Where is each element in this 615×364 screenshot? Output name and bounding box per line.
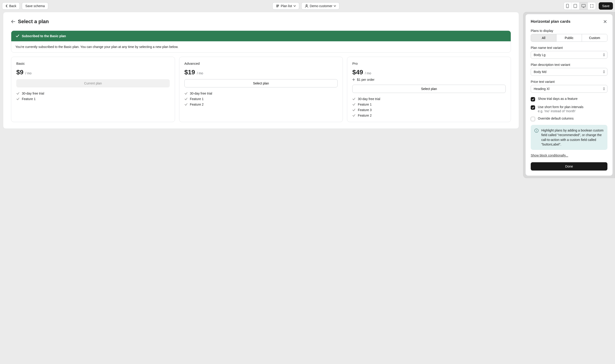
tablet-icon (574, 4, 577, 8)
plans-to-display-segmented: AllPublicCustom (531, 34, 607, 42)
preview-canvas: Select a plan Subscribed to the Basic pl… (3, 12, 519, 129)
feature-text: Feature 1 (190, 97, 204, 101)
override-cols-label: Override default columns (538, 117, 574, 120)
info-text: Highlight plans by adding a boolean cust… (541, 128, 604, 147)
plan-price: $9 (16, 69, 23, 76)
plan-price: $49 (352, 69, 363, 76)
back-button[interactable]: Back (2, 2, 20, 10)
short-form-checkbox[interactable] (531, 105, 535, 110)
arrow-left-icon (11, 20, 15, 23)
trial-days-label: Show trial days as a feature (538, 97, 577, 101)
check-icon (184, 92, 188, 95)
feature-text: 30-day free trial (22, 91, 44, 95)
svg-rect-2 (276, 7, 278, 7)
caret-down-icon (294, 5, 296, 7)
plan-name: Basic (16, 62, 170, 65)
check-icon (184, 97, 188, 101)
svg-rect-8 (582, 4, 585, 7)
check-icon (16, 92, 20, 95)
chevron-left-icon (5, 4, 8, 8)
plan-list-label: Plan list (281, 4, 292, 8)
feature-item: Feature 1 (352, 103, 506, 106)
svg-rect-0 (276, 5, 279, 5)
price-variant-label: Price text variant (531, 80, 607, 84)
viewport-tablet-button[interactable] (571, 2, 579, 10)
plan-desc-variant-select[interactable]: Body Md (531, 68, 607, 76)
save-button[interactable]: Save (599, 2, 613, 10)
canvas-back-button[interactable] (11, 20, 15, 23)
plans-display-option-public[interactable]: Public (556, 34, 582, 41)
feature-text: 30-day free trial (190, 91, 212, 95)
feature-item: Feature 2 (352, 114, 506, 117)
feature-text: Feature 2 (190, 103, 204, 106)
feature-item: 30-day free trial (352, 97, 506, 101)
topbar: Back Save schema Plan list Demo customer (0, 0, 615, 12)
plan-list-dropdown[interactable]: Plan list (272, 2, 299, 10)
price-variant-select[interactable]: Heading Xl (531, 85, 607, 93)
override-cols-checkbox[interactable] (531, 117, 535, 121)
save-schema-button[interactable]: Save schema (22, 2, 48, 10)
svg-rect-11 (536, 130, 537, 131)
plan-card: Basic$9/ moCurrent plan30-day free trial… (11, 57, 175, 122)
plan-desc-variant-label: Plan description text variant (531, 63, 607, 66)
feature-list: 30-day free trialFeature 1 (16, 91, 170, 101)
feature-list: 30-day free trialFeature 1Feature 3Featu… (352, 97, 506, 117)
feature-text: Feature 1 (22, 97, 36, 101)
svg-point-7 (575, 7, 575, 7)
plans-display-option-all[interactable]: All (531, 34, 556, 41)
plan-name: Pro (352, 62, 506, 65)
banner-title: Subscribed to the Basic plan (22, 34, 66, 38)
inspector-title: Horizontal plan cards (531, 19, 570, 24)
feature-text: Feature 3 (358, 108, 372, 112)
user-icon (305, 4, 308, 8)
subscription-banner: Subscribed to the Basic plan You're curr… (11, 30, 511, 52)
feature-text: 30-day free trial (358, 97, 380, 101)
plan-card: Pro$49/ mo$1 per orderSelect plan30-day … (347, 57, 511, 122)
viewport-desktop-button[interactable] (579, 2, 588, 10)
select-plan-button[interactable]: Select plan (184, 79, 338, 87)
viewport-mobile-button[interactable] (564, 2, 571, 10)
plan-interval: / mo (197, 71, 203, 75)
plan-name-variant-select[interactable]: Body Lg (531, 51, 607, 59)
plan-price-row: $49/ mo (352, 69, 506, 76)
check-icon (352, 103, 356, 106)
plan-interval: / mo (365, 71, 371, 75)
mobile-icon (566, 4, 569, 8)
feature-item: 30-day free trial (16, 91, 170, 95)
plans-display-option-custom[interactable]: Custom (582, 34, 607, 41)
svg-point-5 (567, 7, 568, 7)
feature-text: Feature 2 (358, 114, 372, 117)
viewport-switcher (563, 2, 596, 10)
viewport-fullscreen-button[interactable] (588, 2, 596, 10)
close-icon (603, 20, 607, 23)
feature-item: Feature 3 (352, 108, 506, 112)
demo-customer-dropdown[interactable]: Demo customer (301, 2, 340, 10)
current-plan-button: Current plan (16, 79, 170, 87)
banner-body: You're currently subscribed to the Basic… (11, 41, 511, 52)
svg-point-3 (306, 5, 307, 6)
save-label: Save (602, 4, 610, 8)
plan-list-icon (276, 4, 280, 8)
feature-item: Feature 2 (184, 103, 338, 106)
plus-icon (352, 78, 355, 81)
caret-down-icon (334, 5, 336, 7)
show-conditionally-link[interactable]: Show block conditionally... (531, 154, 568, 157)
check-icon (352, 97, 356, 101)
short-form-label: Use short form for plan intervals (538, 105, 583, 109)
page-title: Select a plan (18, 19, 49, 25)
close-button[interactable] (603, 19, 607, 24)
svg-rect-1 (276, 6, 279, 6)
trial-days-checkbox[interactable] (531, 97, 535, 102)
plans-to-display-label: Plans to display (531, 29, 607, 33)
done-button[interactable]: Done (531, 162, 607, 170)
save-schema-label: Save schema (25, 4, 45, 8)
feature-text: Feature 1 (358, 103, 372, 106)
feature-item: Feature 1 (16, 97, 170, 101)
feature-list: 30-day free trialFeature 1Feature 2 (184, 91, 338, 106)
desktop-icon (581, 4, 586, 8)
check-icon (352, 108, 356, 112)
plan-interval: / mo (25, 71, 31, 75)
select-plan-button[interactable]: Select plan (352, 85, 506, 93)
back-label: Back (9, 4, 16, 8)
check-icon (16, 97, 20, 101)
